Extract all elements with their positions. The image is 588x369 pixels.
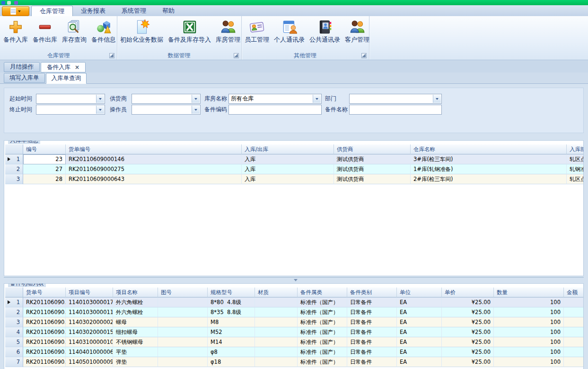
- ribbon-button[interactable]: 员工管理: [242, 17, 272, 44]
- table-cell[interactable]: φ18: [208, 357, 255, 367]
- table-cell[interactable]: 1140501000009: [66, 357, 113, 367]
- table-cell[interactable]: 日常备件: [347, 317, 397, 327]
- column-header[interactable]: 规格型号: [208, 288, 255, 297]
- ribbon-tab-2[interactable]: 系统管理: [114, 5, 154, 16]
- filter-combo-2[interactable]: 所有仓库: [228, 94, 322, 104]
- table-cell[interactable]: RK20110609000643: [66, 174, 242, 184]
- table-cell[interactable]: M14: [208, 337, 255, 347]
- table-cell[interactable]: 100: [494, 357, 564, 367]
- row-indicator[interactable]: 2: [5, 307, 23, 317]
- table-row[interactable]: 4RK201106090...1140302000015细扣螺母M52标准件（国…: [5, 327, 584, 337]
- table-cell[interactable]: [564, 337, 584, 347]
- dropdown-arrow-icon[interactable]: [433, 95, 441, 103]
- table-cell[interactable]: 100: [494, 297, 564, 307]
- filter-combo-3[interactable]: [349, 94, 442, 104]
- ribbon-button[interactable]: 公共通讯录: [307, 17, 342, 44]
- table-cell[interactable]: 入库: [242, 164, 334, 174]
- table-cell[interactable]: 细扣螺母: [113, 327, 158, 337]
- column-header[interactable]: 仓库名称: [411, 144, 567, 154]
- table-cell[interactable]: 入库: [242, 154, 334, 164]
- column-header[interactable]: 入库部门: [567, 144, 584, 154]
- table-cell[interactable]: RK201106090...: [23, 347, 66, 357]
- table-cell[interactable]: 弹垫: [113, 357, 158, 367]
- table-cell[interactable]: EA: [397, 337, 442, 347]
- table-row[interactable]: 123RK20110609000146入库测试供货商3#库(检三车间)轧区点检: [5, 154, 584, 164]
- table-cell[interactable]: 100: [494, 327, 564, 337]
- table-cell[interactable]: 1140302000015: [66, 327, 113, 337]
- table-cell[interactable]: [255, 307, 298, 317]
- table-cell[interactable]: [158, 317, 208, 327]
- table-row[interactable]: 6RK201106090...1140401000006平垫φ8标准件（国产）日…: [5, 347, 584, 357]
- table-cell[interactable]: 轧区点检: [567, 174, 584, 184]
- table-cell[interactable]: [255, 337, 298, 347]
- dropdown-arrow-icon[interactable]: [96, 95, 104, 103]
- close-icon[interactable]: ×: [75, 64, 79, 70]
- table-cell[interactable]: ¥25.00: [442, 307, 494, 317]
- table-cell[interactable]: 日常备件: [347, 357, 397, 367]
- table-cell[interactable]: RK20110609000146: [66, 154, 242, 164]
- table-cell[interactable]: 日常备件: [347, 337, 397, 347]
- ribbon-button[interactable]: 个人通讯录: [272, 17, 307, 44]
- table-cell[interactable]: RK201106090...: [23, 317, 66, 327]
- row-indicator[interactable]: 1: [5, 154, 23, 164]
- table-cell[interactable]: 入库: [242, 174, 334, 184]
- table-cell[interactable]: EA: [397, 347, 442, 357]
- table-cell[interactable]: [564, 347, 584, 357]
- table-cell[interactable]: EA: [397, 357, 442, 367]
- dialog-launcher-icon[interactable]: [361, 53, 367, 58]
- sub-tab-1[interactable]: 入库单查询: [46, 73, 87, 84]
- table-cell[interactable]: 螺母: [113, 317, 158, 327]
- filter-combo-1[interactable]: [132, 94, 201, 104]
- titlebar-tool2-icon[interactable]: [14, 1, 18, 5]
- table-cell[interactable]: 轧钢准备: [567, 164, 584, 174]
- table-cell[interactable]: ¥25.00: [442, 297, 494, 307]
- ribbon-button[interactable]: 备件及库存导入: [166, 17, 213, 44]
- table-cell[interactable]: [158, 307, 208, 317]
- filter-combo-0[interactable]: [36, 94, 105, 104]
- dialog-launcher-icon[interactable]: [109, 53, 114, 58]
- filter-input-3[interactable]: [349, 105, 442, 115]
- row-indicator[interactable]: 6: [5, 347, 23, 357]
- ribbon-button[interactable]: 备件出库: [30, 17, 60, 44]
- table-cell[interactable]: 28: [23, 174, 66, 184]
- table-cell[interactable]: ¥25.00: [442, 337, 494, 347]
- table-row[interactable]: 227RK20110609000275入库测试供货商1#库(轧钢准备)轧钢准备: [5, 164, 584, 174]
- table-cell[interactable]: 测试供货商: [334, 174, 411, 184]
- filter-input-2[interactable]: [228, 105, 322, 115]
- table-cell[interactable]: 1140310000010: [66, 337, 113, 347]
- row-indicator[interactable]: 4: [5, 327, 23, 337]
- table-cell[interactable]: 标准件（国产）: [298, 357, 347, 367]
- dropdown-arrow-icon[interactable]: [192, 106, 200, 114]
- document-tab-1[interactable]: 备件入库×: [41, 62, 86, 72]
- table-cell[interactable]: 100: [494, 307, 564, 317]
- table-cell[interactable]: 标准件（国产）: [298, 307, 347, 317]
- column-header[interactable]: 金额: [564, 288, 584, 297]
- table-cell[interactable]: 外六角螺栓: [113, 297, 158, 307]
- document-tab-0[interactable]: 月结操作: [4, 62, 40, 72]
- row-indicator[interactable]: 3: [5, 174, 23, 184]
- table-cell[interactable]: 100: [494, 347, 564, 357]
- table-cell[interactable]: 1140103000017: [66, 297, 113, 307]
- table-cell[interactable]: ¥25.00: [442, 317, 494, 327]
- table-cell[interactable]: 标准件（国产）: [298, 317, 347, 327]
- table-cell[interactable]: 日常备件: [347, 307, 397, 317]
- dropdown-arrow-icon[interactable]: [192, 95, 200, 103]
- table-cell[interactable]: 8*80 4.8级: [208, 297, 255, 307]
- table-cell[interactable]: [158, 347, 208, 357]
- column-header[interactable]: 备件类别: [347, 288, 397, 297]
- column-header[interactable]: 单价: [442, 288, 494, 297]
- table-cell[interactable]: 日常备件: [347, 297, 397, 307]
- table-cell[interactable]: 2#库(检三车间): [411, 174, 567, 184]
- sub-tab-0[interactable]: 填写入库单: [4, 73, 45, 83]
- application-menu-button[interactable]: [2, 6, 29, 16]
- column-header[interactable]: 材质: [255, 288, 298, 297]
- ribbon-button[interactable]: 库房管理: [213, 17, 243, 44]
- table-cell[interactable]: 轧区点检: [567, 154, 584, 164]
- table-cell[interactable]: EA: [397, 317, 442, 327]
- dropdown-arrow-icon[interactable]: [313, 95, 321, 103]
- table-cell[interactable]: 标准件（国产）: [298, 347, 347, 357]
- table-cell[interactable]: 外六角螺栓: [113, 307, 158, 317]
- table-row[interactable]: 1RK201106090...1140103000017外六角螺栓8*80 4.…: [5, 297, 584, 307]
- table-cell[interactable]: 测试供货商: [334, 164, 411, 174]
- table-cell[interactable]: ¥25.00: [442, 357, 494, 367]
